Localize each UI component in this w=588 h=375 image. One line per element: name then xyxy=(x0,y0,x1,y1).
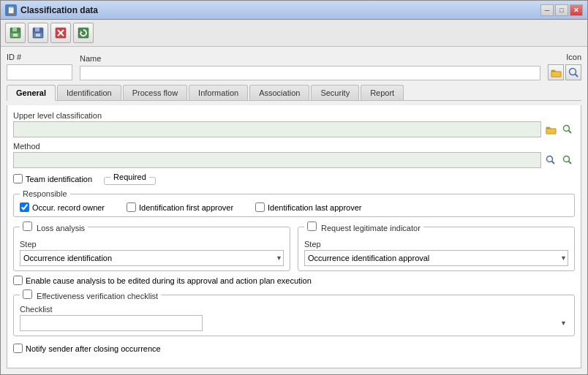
occur-record-owner-label: Occur. record owner xyxy=(32,203,105,212)
checklist-select-wrapper: ▼ xyxy=(20,315,568,331)
refresh-icon xyxy=(77,26,90,39)
request-legitimate-checkbox[interactable] xyxy=(307,221,317,231)
delete-button[interactable] xyxy=(50,23,71,43)
tab-association[interactable]: Association xyxy=(249,85,309,100)
refresh-button[interactable] xyxy=(73,23,94,43)
name-label: Name xyxy=(80,54,540,63)
minimize-button[interactable]: ─ xyxy=(540,4,554,16)
team-identification-checkbox[interactable] xyxy=(13,174,23,183)
main-window: 📋 Classification data ─ □ ✕ xyxy=(0,0,588,375)
enable-cause-label: Enable cause analysis to be edited durin… xyxy=(26,276,312,285)
tab-security[interactable]: Security xyxy=(311,85,359,100)
id-label: ID # xyxy=(7,53,72,61)
enable-cause-checkbox[interactable] xyxy=(13,276,23,285)
required-fieldset: Required xyxy=(104,173,156,185)
notify-sender-label: Notify sender after closing occurrence xyxy=(26,344,161,353)
request-legitimate-label: Request legitimate indicator xyxy=(321,224,421,232)
title-buttons: ─ □ ✕ xyxy=(540,4,583,16)
tab-information[interactable]: Information xyxy=(189,85,248,100)
icon-buttons xyxy=(548,64,581,80)
method-green-search-icon xyxy=(562,155,573,165)
name-field-group: Name xyxy=(80,54,540,80)
identification-first-approver-label: Identification first approver xyxy=(139,203,233,212)
method-section: Method xyxy=(13,142,575,168)
tab-general[interactable]: General xyxy=(7,85,56,101)
identification-last-approver-item: Identification last approver xyxy=(255,202,361,212)
svg-rect-7 xyxy=(36,34,40,37)
id-input[interactable] xyxy=(7,64,72,80)
svg-point-19 xyxy=(547,156,553,162)
step-left-select[interactable]: Occurrence identification Occurrence ide… xyxy=(20,250,284,266)
enable-cause-row: Enable cause analysis to be edited durin… xyxy=(13,276,575,285)
svg-rect-11 xyxy=(78,28,88,38)
step-left-select-wrapper: Occurrence identification Occurrence ide… xyxy=(20,250,284,266)
svg-rect-5 xyxy=(35,28,39,31)
request-legitimate-col: Request legitimate indicator Step Occurr… xyxy=(298,221,575,271)
save-new-button[interactable] xyxy=(5,23,26,43)
team-required-row: Team identification Required xyxy=(13,173,575,185)
upper-level-section: Upper level classification xyxy=(13,111,575,137)
method-input[interactable] xyxy=(13,152,541,168)
svg-point-17 xyxy=(564,126,570,132)
method-green-search-button[interactable] xyxy=(560,153,575,167)
method-row xyxy=(13,152,575,168)
folder-icon xyxy=(551,68,562,77)
tabs-bar: General Identification Process flow Info… xyxy=(7,85,581,101)
step-right-select[interactable]: Occurrence identification approval Occur… xyxy=(304,250,568,266)
tab-content: Upper level classification xyxy=(7,105,581,368)
identification-first-approver-checkbox[interactable] xyxy=(127,202,136,212)
close-button[interactable]: ✕ xyxy=(570,4,583,16)
title-bar: 📋 Classification data ─ □ ✕ xyxy=(1,1,587,20)
id-field-group: ID # xyxy=(7,53,72,80)
icon-field-group: Icon xyxy=(548,53,581,80)
search-icon xyxy=(568,67,579,78)
step-right-select-wrapper: Occurrence identification approval Occur… xyxy=(304,250,568,266)
method-search-button[interactable] xyxy=(543,153,558,167)
save-new-icon xyxy=(9,26,22,39)
checklist-select[interactable] xyxy=(20,315,203,331)
loss-analysis-checkbox[interactable] xyxy=(23,221,32,231)
tab-process-flow[interactable]: Process flow xyxy=(123,85,187,100)
checklist-label: Checklist xyxy=(20,305,568,314)
tab-identification[interactable]: Identification xyxy=(57,85,121,100)
window-title: Classification data xyxy=(20,5,540,15)
responsible-legend: Responsible xyxy=(20,189,70,198)
effectiveness-legend: Effectiveness verification checklist xyxy=(20,289,161,300)
method-label: Method xyxy=(13,142,575,151)
identification-last-approver-checkbox[interactable] xyxy=(255,202,265,212)
notify-sender-checkbox[interactable] xyxy=(13,344,23,353)
step-left-label: Step xyxy=(20,240,284,249)
search-icon-button[interactable] xyxy=(565,64,581,80)
upper-level-search-button[interactable] xyxy=(560,122,575,137)
team-identification-item: Team identification xyxy=(13,174,92,183)
save-icon xyxy=(31,26,45,39)
window-icon: 📋 xyxy=(5,4,17,16)
occur-record-owner-checkbox[interactable] xyxy=(20,202,29,212)
required-legend: Required xyxy=(110,173,149,181)
occur-record-owner-item: Occur. record owner xyxy=(20,202,105,212)
step-right-label: Step xyxy=(304,240,568,249)
name-input[interactable] xyxy=(80,66,540,80)
request-legitimate-legend: Request legitimate indicator xyxy=(304,221,423,232)
icon-label: Icon xyxy=(566,53,581,61)
upper-level-input[interactable] xyxy=(13,121,541,137)
request-legitimate-fieldset: Request legitimate indicator Step Occurr… xyxy=(298,221,575,271)
svg-rect-13 xyxy=(551,72,561,77)
folder-icon-button[interactable] xyxy=(548,64,564,80)
svg-line-20 xyxy=(552,162,555,164)
loss-request-row: Loss analysis Step Occurrence identifica… xyxy=(13,221,575,271)
tab-report[interactable]: Report xyxy=(361,85,404,100)
save-button[interactable] xyxy=(28,23,48,43)
upper-level-folder-icon xyxy=(546,125,557,135)
responsible-row: Occur. record owner Identification first… xyxy=(20,202,568,212)
effectiveness-checkbox[interactable] xyxy=(23,289,32,299)
method-search-icon xyxy=(546,155,556,165)
loss-analysis-fieldset: Loss analysis Step Occurrence identifica… xyxy=(13,221,290,271)
toolbar xyxy=(1,20,587,47)
upper-level-row xyxy=(13,121,575,137)
maximize-button[interactable]: □ xyxy=(555,4,568,16)
upper-level-browse-button[interactable] xyxy=(543,122,558,137)
delete-icon xyxy=(54,26,67,39)
checklist-arrow: ▼ xyxy=(560,319,567,327)
svg-rect-16 xyxy=(546,129,556,134)
